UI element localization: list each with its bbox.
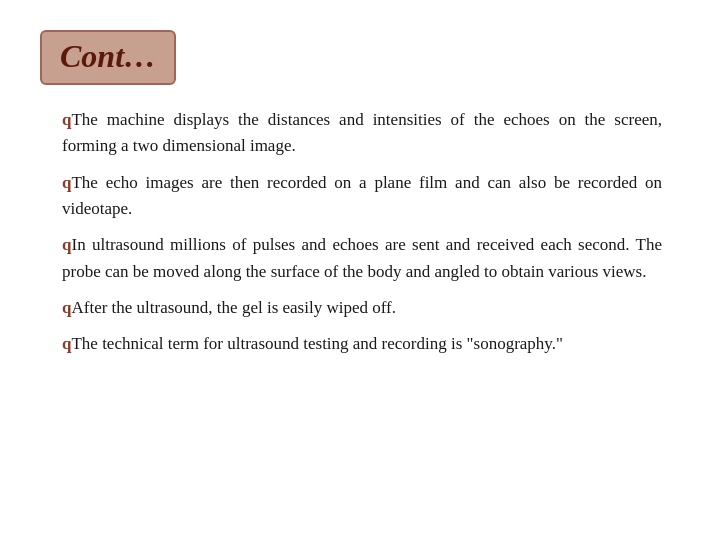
bullet-text-3: qIn ultrasound millions of pulses and ec… [62,232,662,285]
bullet-text-5: qThe technical term for ultrasound testi… [62,331,563,357]
list-item: qThe machine displays the distances and … [60,107,680,160]
bullet-text-1: qThe machine displays the distances and … [62,107,662,160]
bullet-text-2: qThe echo images are then recorded on a … [62,170,662,223]
content-area: qThe machine displays the distances and … [40,107,680,358]
list-item: qThe technical term for ultrasound testi… [60,331,680,357]
slide-container: Cont… qThe machine displays the distance… [0,0,720,540]
list-item: qIn ultrasound millions of pulses and ec… [60,232,680,285]
title-box: Cont… [40,30,176,85]
bullet-text-4: qAfter the ultrasound, the gel is easily… [62,295,396,321]
list-item: qAfter the ultrasound, the gel is easily… [60,295,680,321]
slide-title: Cont… [60,38,156,74]
list-item: qThe echo images are then recorded on a … [60,170,680,223]
